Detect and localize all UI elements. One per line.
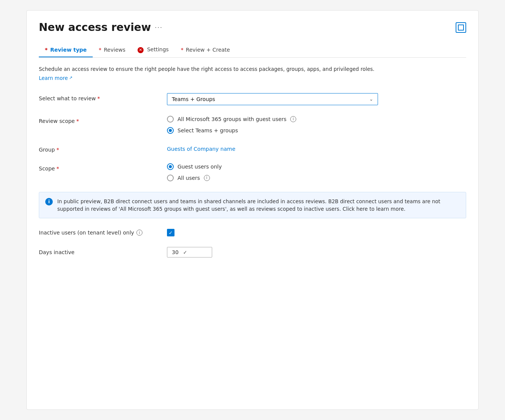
scope-all-users-info-icon[interactable]: i (204, 175, 210, 181)
focus-mode-icon[interactable] (456, 22, 466, 33)
tab-reviews-label: Reviews (104, 47, 125, 53)
tab-review-type[interactable]: * Review type (39, 43, 93, 57)
scope-radio-all-users-outer (167, 175, 174, 181)
checkmark-icon: ✓ (169, 230, 173, 235)
days-inactive-row: Days inactive 30 ✓ (39, 247, 466, 258)
scope-radio-all-ms365-outer (167, 116, 174, 123)
select-what-dropdown[interactable]: Teams + Groups ⌄ (167, 93, 378, 105)
review-scope-star: * (76, 118, 79, 124)
scope-radio-guest-inner (169, 165, 172, 168)
days-inactive-label: Days inactive (39, 249, 167, 255)
group-label: Group * (39, 144, 167, 153)
review-scope-label: Review scope * (39, 116, 167, 124)
review-scope-row: Review scope * All Microsoft 365 groups … (39, 116, 466, 134)
inactive-users-row: Inactive users (on tenant level) only i … (39, 229, 466, 236)
scope-option-all-users[interactable]: All users i (167, 175, 378, 181)
select-what-value: Teams + Groups (172, 96, 215, 102)
settings-error-icon: ✕ (138, 47, 144, 53)
inactive-users-checkbox-wrapper: ✓ (167, 229, 174, 236)
external-link-icon: ↗ (69, 75, 72, 80)
select-what-label: Select what to review * (39, 93, 167, 101)
main-card: New access review ··· * Review type * Re… (26, 10, 479, 410)
info-banner: i In public preview, B2B direct connect … (39, 192, 466, 219)
scope-all-ms365-info-icon[interactable]: i (290, 116, 296, 122)
scope-radio-all-users-label: All users (178, 175, 200, 181)
tab-bar: * Review type * Reviews ✕ Settings * Rev… (39, 43, 466, 58)
learn-more-label: Learn more (39, 75, 68, 81)
tab-review-create[interactable]: * Review + Create (175, 43, 236, 57)
tab-review-create-star: * (181, 47, 184, 53)
group-star: * (57, 147, 59, 153)
info-banner-icon: i (45, 198, 53, 205)
group-link[interactable]: Guests of Company name (167, 144, 236, 152)
tab-review-create-label: Review + Create (186, 47, 230, 53)
tab-settings[interactable]: ✕ Settings (132, 43, 175, 58)
tab-settings-label: Settings (147, 46, 168, 52)
days-inactive-value: 30 (172, 249, 179, 255)
scope-row: Scope * Guest users only All users i (39, 163, 466, 181)
scope-control: Guest users only All users i (167, 163, 378, 181)
scope-star: * (57, 166, 59, 172)
scope-radio-select-teams-inner (169, 129, 172, 132)
scope-radio-select-teams-label: Select Teams + groups (178, 127, 238, 133)
scope-radio-group: Guest users only All users i (167, 163, 378, 181)
group-row: Group * Guests of Company name (39, 144, 466, 153)
select-what-control: Teams + Groups ⌄ (167, 93, 378, 105)
select-what-star: * (97, 95, 100, 101)
scope-option-guest-only[interactable]: Guest users only (167, 163, 378, 170)
scope-option-select-teams[interactable]: Select Teams + groups (167, 127, 378, 134)
review-scope-control: All Microsoft 365 groups with guest user… (167, 116, 378, 134)
page-title: New access review (39, 21, 151, 34)
ellipsis-button[interactable]: ··· (155, 23, 163, 31)
description-text: Schedule an access review to ensure the … (39, 65, 466, 73)
days-check-icon: ✓ (183, 250, 187, 255)
scope-option-all-ms365[interactable]: All Microsoft 365 groups with guest user… (167, 116, 378, 123)
scope-radio-guest-label: Guest users only (178, 164, 222, 170)
tab-reviews[interactable]: * Reviews (93, 43, 132, 57)
tab-reviews-star: * (99, 47, 101, 53)
tab-review-type-label: Review type (50, 47, 87, 53)
inactive-users-label: Inactive users (on tenant level) only i (39, 230, 167, 236)
info-banner-text: In public preview, B2B direct connect us… (57, 198, 460, 213)
title-group: New access review ··· (39, 21, 163, 34)
days-inactive-input[interactable]: 30 ✓ (167, 247, 212, 258)
inactive-users-checkbox[interactable]: ✓ (167, 229, 174, 236)
header-row: New access review ··· (39, 21, 466, 34)
scope-label: Scope * (39, 163, 167, 172)
select-what-row: Select what to review * Teams + Groups ⌄ (39, 93, 466, 105)
scope-radio-all-ms365-label: All Microsoft 365 groups with guest user… (178, 116, 286, 122)
scope-radio-select-teams-outer (167, 127, 174, 134)
inactive-users-info-icon[interactable]: i (136, 230, 142, 236)
tab-review-type-star: * (45, 47, 47, 53)
scope-radio-guest-outer (167, 163, 174, 170)
chevron-down-icon: ⌄ (369, 97, 373, 102)
group-control: Guests of Company name (167, 144, 378, 152)
learn-more-link[interactable]: Learn more ↗ (39, 75, 72, 81)
review-scope-radio-group: All Microsoft 365 groups with guest user… (167, 116, 378, 134)
